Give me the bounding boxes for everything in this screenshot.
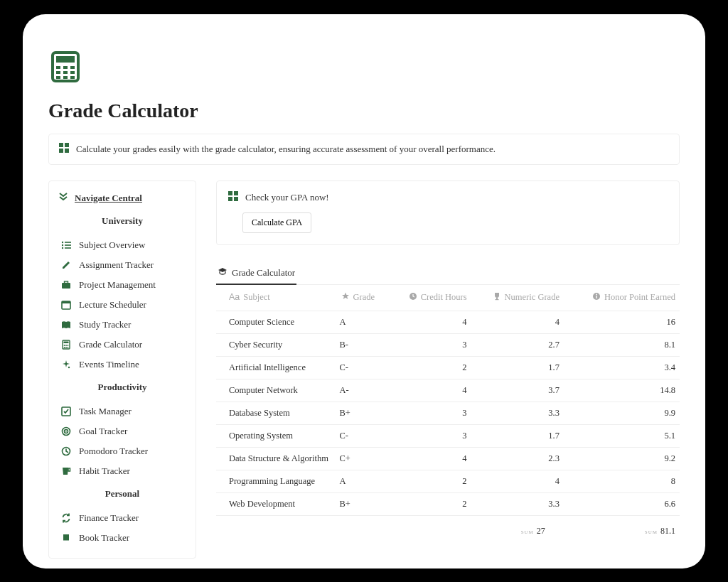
- cell-subject: Computer Network: [216, 379, 337, 402]
- sidebar-item-goal-tracker[interactable]: Goal Tracker: [58, 421, 187, 441]
- page-emoji-icon: [48, 50, 680, 84]
- pencil-icon: [60, 260, 72, 270]
- cell-grade: A: [337, 311, 392, 333]
- cell-honor-point: 3.4: [564, 356, 680, 379]
- col-grade: Grade: [353, 292, 375, 303]
- cell-subject: Data Structure & Algorithm: [216, 447, 337, 470]
- svg-point-37: [65, 431, 67, 432]
- cell-honor-point: 14.8: [564, 379, 680, 402]
- sidebar-title[interactable]: Navigate Central: [75, 193, 142, 204]
- cell-credit-hours: 2: [392, 470, 471, 492]
- main-content: Check your GPA now! Calculate GPA Grade …: [216, 180, 680, 559]
- svg-rect-6: [63, 71, 68, 74]
- nav-label: Task Manager: [79, 406, 132, 417]
- cup-icon: [60, 466, 72, 476]
- star-icon: [341, 292, 350, 303]
- svg-rect-3: [63, 66, 68, 69]
- table-row[interactable]: Data Structure & AlgorithmC+42.39.2: [216, 447, 680, 470]
- svg-point-31: [65, 347, 67, 348]
- sidebar-item-book-tracker[interactable]: Book Tracker: [58, 528, 187, 548]
- cell-honor-point: 8: [564, 470, 680, 492]
- svg-point-30: [64, 347, 65, 348]
- table-row[interactable]: Computer NetworkA-43.714.8: [216, 379, 680, 402]
- nav-label: Lecture Scheduler: [79, 299, 146, 311]
- gpa-callout: Check your GPA now! Calculate GPA: [216, 180, 680, 245]
- cell-subject: Artificial Intelligence: [216, 356, 337, 379]
- svg-point-28: [65, 345, 67, 346]
- sidebar-item-events-timeline[interactable]: Events Timeline: [58, 355, 187, 374]
- cell-credit-hours: 3: [392, 424, 471, 447]
- sidebar-item-task-manager[interactable]: Task Manager: [58, 402, 187, 421]
- tab-label: Grade Calculator: [232, 267, 295, 279]
- svg-rect-20: [65, 247, 71, 249]
- sidebar-item-habit-tracker[interactable]: Habit Tracker: [58, 461, 187, 481]
- sidebar-section-personal: Personal: [58, 488, 187, 500]
- table-row[interactable]: Database SystemB+33.39.9: [216, 402, 680, 424]
- table-row[interactable]: Web DevelopmentB+23.36.6: [216, 492, 680, 515]
- cell-subject: Cyber Security: [216, 333, 337, 356]
- table-row[interactable]: Artificial IntelligenceC-21.73.4: [216, 356, 680, 379]
- svg-rect-13: [59, 149, 63, 153]
- sidebar-item-project-management[interactable]: Project Management: [58, 275, 187, 295]
- sum-label-2: sum: [645, 527, 658, 535]
- calculate-gpa-button[interactable]: Calculate GPA: [242, 212, 311, 233]
- cell-credit-hours: 2: [392, 356, 471, 379]
- sidebar-item-pomodoro-tracker[interactable]: Pomodoro Tracker: [58, 441, 187, 461]
- table-row[interactable]: Cyber SecurityB-32.78.1: [216, 333, 680, 356]
- cell-numeric-grade: 4: [471, 470, 564, 492]
- cell-numeric-grade: 1.7: [471, 356, 564, 379]
- tab-grade-calculator[interactable]: Grade Calculator: [216, 262, 296, 285]
- nav-label: Habit Tracker: [79, 465, 130, 477]
- collapse-chevrons-icon[interactable]: [58, 191, 69, 205]
- clock-icon: [409, 292, 417, 303]
- svg-rect-9: [63, 76, 68, 79]
- svg-rect-2: [56, 66, 60, 69]
- database-tab-bar: Grade Calculator: [216, 262, 680, 285]
- nav-label: Project Management: [79, 279, 156, 291]
- sidebar-item-finance-tracker[interactable]: Finance Tracker: [58, 508, 187, 528]
- table-row[interactable]: Programming LanguageA248: [216, 470, 680, 492]
- cell-subject: Database System: [216, 402, 337, 424]
- gpa-prompt-text: Check your GPA now!: [245, 192, 329, 203]
- cell-numeric-grade: 2.7: [471, 333, 564, 356]
- cell-numeric-grade: 3.3: [471, 492, 564, 515]
- check-square-icon: [60, 406, 72, 416]
- svg-rect-41: [228, 191, 232, 195]
- table-row[interactable]: Operating SystemC-31.75.1: [216, 424, 680, 447]
- svg-rect-43: [228, 197, 232, 201]
- sidebar-item-grade-calculator[interactable]: Grade Calculator: [58, 335, 187, 355]
- col-honor-point: Honor Point Earned: [604, 292, 675, 303]
- svg-rect-18: [65, 244, 71, 246]
- svg-rect-39: [68, 468, 70, 471]
- svg-rect-16: [65, 242, 71, 243]
- svg-rect-4: [70, 66, 75, 69]
- svg-point-15: [62, 241, 63, 242]
- cell-credit-hours: 3: [392, 333, 471, 356]
- sidebar-item-subject-overview[interactable]: Subject Overview: [58, 235, 187, 255]
- svg-point-19: [62, 247, 63, 248]
- cell-credit-hours: 3: [392, 402, 471, 424]
- svg-rect-22: [65, 281, 68, 284]
- svg-rect-11: [59, 143, 63, 147]
- sidebar-item-lecture-scheduler[interactable]: Lecture Scheduler: [58, 295, 187, 315]
- cell-grade: B-: [337, 333, 392, 356]
- grades-table: AaSubject Grade Credit Hours Numeric Gra…: [216, 285, 680, 516]
- trophy-icon: [493, 292, 501, 303]
- svg-point-27: [64, 345, 65, 346]
- text-property-icon: Aa: [229, 292, 240, 302]
- list-icon: [60, 240, 72, 250]
- sidebar-item-study-tracker[interactable]: Study Tracker: [58, 315, 187, 335]
- svg-rect-44: [234, 197, 238, 201]
- svg-point-17: [62, 244, 63, 245]
- sparkle-icon: [60, 360, 72, 370]
- cell-credit-hours: 4: [392, 311, 471, 333]
- svg-rect-7: [70, 71, 75, 74]
- svg-rect-1: [56, 56, 75, 63]
- sum-row: sum27 sum81.1: [216, 516, 680, 537]
- sidebar-item-assignment-tracker[interactable]: Assignment Tracker: [58, 255, 187, 275]
- table-row[interactable]: Computer ScienceA4416: [216, 311, 680, 333]
- svg-rect-10: [70, 76, 75, 79]
- cell-numeric-grade: 3.3: [471, 402, 564, 424]
- col-credit-hours: Credit Hours: [421, 292, 467, 303]
- nav-label: Events Timeline: [79, 359, 139, 370]
